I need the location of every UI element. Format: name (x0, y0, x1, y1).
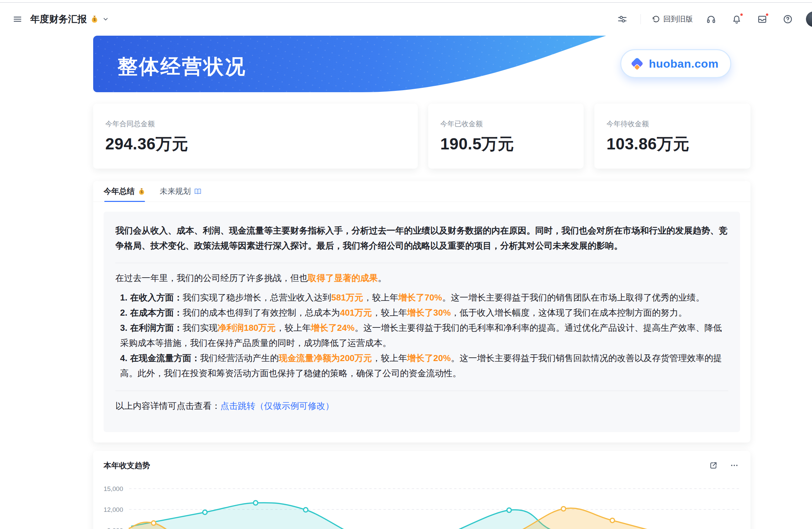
history-icon (652, 15, 660, 24)
text-segment: ，较上年 (363, 292, 398, 302)
huoban-logo-icon (629, 56, 645, 71)
summary-item: 3.在利润方面：我们实现净利润180万元，较上年增长了24%。这一增长主要得益于… (120, 320, 728, 351)
notifications-button[interactable] (729, 12, 744, 27)
series-orange-point[interactable] (151, 521, 156, 525)
highlight-text: 取得了显著的成果 (308, 273, 378, 283)
huoban-logo: huoban.com (620, 49, 731, 78)
ellipsis-icon (730, 461, 739, 470)
open-in-new-button[interactable] (708, 460, 719, 471)
stat-value: 190.5万元 (440, 133, 571, 155)
trend-chart-svg: 15,00012,0009,000 (104, 475, 740, 529)
book-icon (194, 187, 202, 196)
tab-bar: 今年总结 $ 未来规划 (93, 181, 751, 202)
page-title: 年度财务汇报 (30, 13, 87, 26)
stat-card-contract-total: 今年合同总金额 294.36万元 (93, 104, 418, 169)
y-axis-tick-label: 15,000 (104, 485, 123, 492)
chart-actions (708, 460, 740, 471)
tab-this-year-summary[interactable]: 今年总结 $ (104, 181, 146, 202)
text-segment: ，低于收入增长幅度，这体现了我们在成本控制方面的努力。 (451, 308, 687, 318)
support-button[interactable] (704, 12, 719, 27)
help-button[interactable] (780, 12, 795, 27)
summary-intro: 我们会从收入、成本、利润、现金流量等主要财务指标入手，分析过去一年的业绩以及财务… (115, 223, 728, 253)
menu-button[interactable] (10, 12, 25, 27)
huoban-logo-text: huoban.com (649, 57, 719, 70)
highlight-text: 现金流量净额为200万元 (279, 353, 372, 363)
summary-footer: 以上内容详情可点击查看：点击跳转（仅做示例可修改） (115, 398, 728, 414)
summary-card: 今年总结 $ 未来规划 我们会从收入、成本、利润、现金流量等主要财务指标入手，分… (93, 181, 751, 443)
back-to-old-version-label: 回到旧版 (663, 14, 693, 24)
external-link-icon (709, 461, 718, 470)
question-icon (783, 14, 793, 24)
highlight-text: 增长了70% (398, 292, 442, 302)
divider (115, 391, 728, 391)
report-banner: 整体经营状况 huoban.com (93, 36, 751, 92)
inbox-badge (765, 13, 769, 16)
svg-text:$: $ (93, 17, 96, 22)
highlight-text: 401万元 (340, 308, 372, 318)
summary-content: 我们会从收入、成本、利润、现金流量等主要财务指标入手，分析过去一年的业绩以及财务… (104, 212, 740, 432)
back-to-old-version-button[interactable]: 回到旧版 (652, 14, 693, 24)
item-number: 4. (120, 353, 128, 363)
svg-text:$: $ (141, 190, 143, 194)
text-segment: 我们实现 (183, 323, 218, 333)
tab-future-plan[interactable]: 未来规划 (160, 181, 202, 202)
stat-label: 今年待收金额 (607, 119, 738, 129)
banner-title: 整体经营状况 (117, 53, 247, 81)
tab-label: 今年总结 (104, 186, 134, 197)
notification-badge (740, 13, 743, 16)
summary-item: 1.在收入方面：我们实现了稳步增长，总营业收入达到581万元，较上年增长了70%… (120, 290, 728, 305)
item-number: 2. (120, 308, 128, 318)
series-teal-point[interactable] (203, 510, 207, 515)
item-number: 3. (120, 323, 128, 333)
highlight-text: 增长了30% (407, 308, 451, 318)
top-nav: 年度财务汇报 $ 回到旧版 (0, 3, 812, 36)
hamburger-icon (12, 14, 23, 24)
display-settings-button[interactable] (615, 12, 630, 27)
chart-title: 本年收支趋势 (104, 460, 150, 471)
text-segment: 我们的成本也得到了有效控制，总成本为 (183, 308, 340, 318)
series-teal-point[interactable] (507, 508, 511, 513)
text-segment: 。这一增长主要得益于我们的销售团队在市场上取得了优秀的业绩。 (442, 292, 705, 302)
text-segment: 在现金流量方面： (130, 353, 200, 363)
avatar[interactable] (806, 12, 812, 27)
money-bag-icon: $ (137, 187, 146, 196)
text-segment: ，较上年 (372, 353, 407, 363)
stat-value: 103.86万元 (607, 133, 738, 155)
text-segment: 在过去一年里，我们的公司经历了许多挑战，但也 (115, 273, 308, 283)
stat-card-received: 今年已收金额 190.5万元 (428, 104, 584, 169)
stat-cards: 今年合同总金额 294.36万元 今年已收金额 190.5万元 今年待收金额 1… (93, 104, 751, 169)
y-axis-tick-label: 9,000 (107, 527, 123, 529)
series-teal-point[interactable] (303, 508, 308, 512)
report-title-dropdown[interactable]: 年度财务汇报 $ (30, 13, 109, 26)
series-teal-area (131, 503, 740, 529)
stat-card-pending: 今年待收金额 103.86万元 (594, 104, 751, 169)
summary-item: 4.在现金流量方面：我们经营活动产生的现金流量净额为200万元，较上年增长了20… (120, 351, 728, 381)
jump-link[interactable]: 点击跳转（仅做示例可修改） (220, 401, 334, 411)
y-axis-tick-label: 12,000 (104, 506, 123, 513)
money-bag-icon: $ (90, 15, 99, 24)
inbox-button[interactable] (755, 12, 770, 27)
headset-icon (706, 14, 716, 24)
series-teal-point[interactable] (253, 501, 258, 505)
stat-label: 今年已收金额 (440, 119, 571, 129)
report-page: 整体经营状况 huoban.com 今年合同总金额 294.36万元 今年已收金… (93, 36, 751, 529)
chevron-down-icon (102, 16, 109, 23)
more-options-button[interactable] (728, 460, 740, 471)
divider (115, 263, 728, 263)
text-segment: 在收入方面： (130, 292, 183, 302)
summary-lead: 在过去一年里，我们的公司经历了许多挑战，但也取得了显著的成果。 (115, 271, 728, 286)
text-segment: 我们实现了稳步增长，总营业收入达到 (183, 292, 331, 302)
item-number: 1. (120, 292, 128, 302)
window-top-edge (0, 0, 812, 3)
series-orange-point[interactable] (561, 506, 566, 511)
highlight-text: 增长了24% (311, 323, 354, 333)
series-orange-point[interactable] (610, 518, 614, 523)
text-segment: ，较上年 (276, 323, 311, 333)
highlight-text: 增长了20% (407, 353, 451, 363)
tab-label: 未来规划 (160, 186, 191, 197)
stat-value: 294.36万元 (105, 133, 406, 155)
stat-label: 今年合同总金额 (105, 119, 406, 129)
sliders-icon (617, 14, 627, 24)
trend-chart-card: 本年收支趋势 15,00012,0009,000 (93, 451, 751, 529)
summary-item: 2.在成本方面：我们的成本也得到了有效控制，总成本为401万元，较上年增长了30… (120, 305, 728, 320)
